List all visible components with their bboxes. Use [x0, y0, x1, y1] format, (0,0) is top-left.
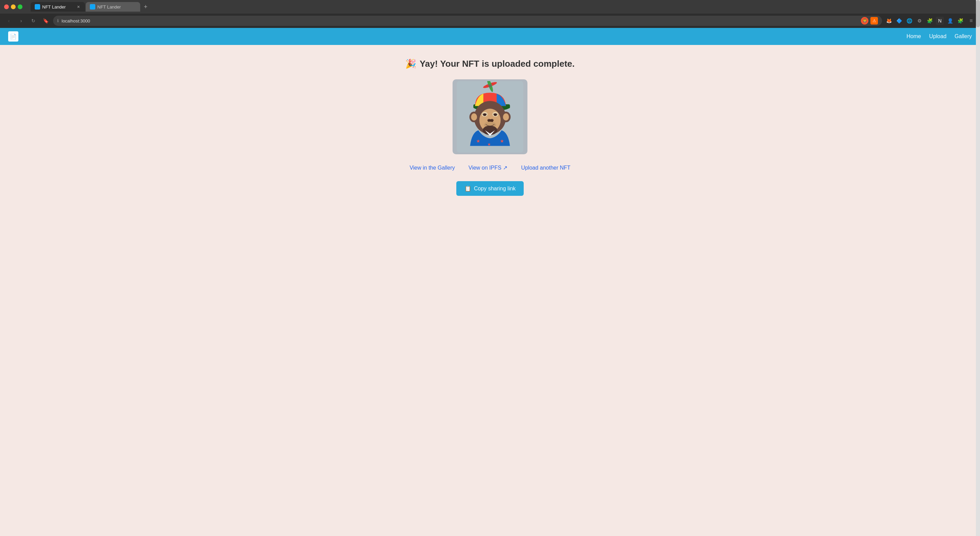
view-ipfs-link[interactable]: View on IPFS ↗: [469, 164, 508, 171]
copy-btn-label: Copy sharing link: [474, 186, 516, 192]
svg-text:★: ★: [500, 139, 504, 144]
forward-icon: ›: [21, 18, 22, 24]
tab-1-close-button[interactable]: ✕: [76, 4, 81, 10]
svg-text:★: ★: [476, 139, 480, 144]
browser-tab-2[interactable]: 🌐 NFT Lander: [86, 2, 140, 11]
app-navbar: 📄 Home Upload Gallery: [0, 28, 980, 45]
svg-point-10: [471, 113, 477, 121]
back-button[interactable]: ‹: [4, 16, 14, 26]
success-title: 🎉 Yay! Your NFT is uploaded complete.: [405, 59, 575, 69]
svg-point-21: [483, 126, 498, 135]
browser-titlebar: 🌐 NFT Lander ✕ 🌐 NFT Lander +: [0, 0, 980, 14]
app-logo[interactable]: 📄: [8, 31, 18, 41]
main-content: 🎉 Yay! Your NFT is uploaded complete.: [0, 45, 980, 536]
brave-shield-icon[interactable]: ⚠: [870, 17, 878, 24]
tab-2-title: NFT Lander: [97, 5, 121, 10]
brave-wallet-icon[interactable]: 🔷: [895, 17, 903, 25]
view-ipfs-text: View on IPFS: [469, 165, 501, 171]
new-tab-button[interactable]: +: [141, 2, 150, 11]
svg-point-16: [494, 113, 497, 116]
metamask-icon[interactable]: 🦊: [885, 17, 893, 25]
app-nav-links: Home Upload Gallery: [907, 32, 972, 41]
tab-1-favicon: 🌐: [35, 4, 40, 10]
scrollbar[interactable]: [976, 0, 980, 536]
tabs-bar: 🌐 NFT Lander ✕ 🌐 NFT Lander +: [28, 2, 153, 11]
minimize-window-button[interactable]: [11, 5, 16, 9]
user-profile-icon[interactable]: 👤: [946, 17, 954, 25]
reload-button[interactable]: ↻: [29, 16, 38, 26]
copy-sharing-link-button[interactable]: 📋 Copy sharing link: [456, 181, 524, 196]
scrollbar-thumb[interactable]: [976, 0, 980, 27]
svg-point-15: [483, 113, 486, 116]
nav-home-link[interactable]: Home: [907, 32, 921, 41]
nft-image: ★ ★ ★: [453, 79, 527, 154]
toolbar-extensions: 🦊 🔷 🌐 ⚙ 🧩 N 👤 🧩 ≡: [885, 16, 976, 26]
svg-text:★: ★: [487, 142, 491, 147]
notion-icon[interactable]: N: [936, 17, 944, 25]
browser-tab-1[interactable]: 🌐 NFT Lander ✕: [30, 2, 85, 11]
extensions-button[interactable]: 🧩: [926, 17, 934, 25]
view-gallery-link[interactable]: View in the Gallery: [410, 165, 455, 171]
bookmark-button[interactable]: 🔖: [41, 16, 50, 26]
address-lock-icon: ℹ: [57, 18, 59, 23]
address-bar-actions: 🦁 ⚠: [861, 17, 878, 24]
logo-icon: 📄: [10, 34, 17, 40]
back-icon: ‹: [8, 18, 10, 24]
traffic-lights: [4, 5, 22, 9]
browser-toolbar: ‹ › ↻ 🔖 ℹ localhost:3000 🦁 ⚠ 🦊 🔷 🌐 ⚙ 🧩 N…: [0, 14, 980, 28]
external-link-icon: ↗: [503, 164, 508, 171]
success-emoji: 🎉: [405, 59, 416, 69]
close-window-button[interactable]: [4, 5, 9, 9]
nft-monkey-illustration: ★ ★ ★: [456, 81, 524, 153]
tab-1-title: NFT Lander: [42, 5, 66, 10]
browser-menu-button[interactable]: ≡: [966, 16, 976, 26]
reload-icon: ↻: [31, 18, 35, 24]
ipfs-icon[interactable]: 🌐: [905, 17, 913, 25]
tab-2-favicon: 🌐: [90, 4, 95, 10]
brave-lion-icon[interactable]: 🦁: [861, 17, 869, 24]
extensions-mgr-icon[interactable]: 🧩: [956, 17, 964, 25]
svg-point-4: [488, 85, 492, 87]
nav-upload-link[interactable]: Upload: [929, 32, 947, 41]
forward-button[interactable]: ›: [16, 16, 26, 26]
address-bar[interactable]: ℹ localhost:3000 🦁 ⚠: [53, 16, 882, 26]
action-links: View in the Gallery View on IPFS ↗ Uploa…: [410, 164, 571, 171]
bookmark-icon: 🔖: [43, 18, 49, 24]
nav-gallery-link[interactable]: Gallery: [955, 32, 972, 41]
settings-icon[interactable]: ⚙: [915, 17, 924, 25]
browser-chrome: 🌐 NFT Lander ✕ 🌐 NFT Lander + ‹ › ↻ 🔖 ℹ …: [0, 0, 980, 28]
address-url: localhost:3000: [62, 18, 858, 24]
svg-point-12: [503, 113, 509, 121]
copy-icon: 📋: [465, 185, 471, 192]
upload-another-link[interactable]: Upload another NFT: [521, 165, 570, 171]
success-text: Yay! Your NFT is uploaded complete.: [420, 59, 575, 69]
maximize-window-button[interactable]: [18, 5, 22, 9]
